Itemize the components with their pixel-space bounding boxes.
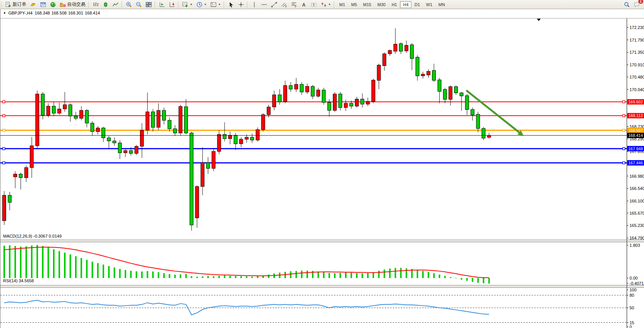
svg-text:1.803: 1.803 [630,243,640,248]
toolbar-grip[interactable] [223,2,225,8]
crosshair-button[interactable] [236,0,246,9]
text-button[interactable]: A [299,0,309,9]
line-handle[interactable] [3,148,5,150]
svg-text:171.790: 171.790 [630,38,644,42]
zoom-in-button[interactable] [124,0,134,9]
chart-canvas[interactable]: 172.230171.790171.350170.910170.480170.0… [0,9,644,328]
notifications-button[interactable]: 1 [632,0,642,9]
line-handle[interactable] [623,101,625,103]
svg-text:166.540: 166.540 [630,186,644,191]
timeframe-H4-button[interactable]: H4 [400,1,411,8]
market-watch-button[interactable] [48,0,58,9]
toolbar-grip[interactable] [88,2,90,8]
line-price-label: 169.113 [628,113,642,118]
close-value: 168.414 [85,11,100,15]
green-orb-icon [50,2,56,8]
timeframe-M5-button[interactable]: M5 [348,1,360,8]
line-handle[interactable] [3,114,5,117]
line-price-label: 169.602 [628,100,643,104]
cursor-icon [228,2,234,8]
toolbar-grip[interactable] [334,2,336,8]
auto-scroll-button[interactable] [167,0,177,9]
toolbar-grip[interactable] [121,2,123,8]
svg-text:A: A [302,2,305,7]
timeframe-MN-button[interactable]: MN [435,1,448,8]
search-button[interactable] [622,0,632,9]
line-handle[interactable] [623,129,625,132]
chevron-down-icon: ▼ [204,3,207,6]
hline-icon [261,2,267,8]
timeframe-M1-button[interactable]: M1 [336,1,348,8]
chart-window[interactable]: 172.230171.790171.350170.910170.480170.0… [0,9,644,328]
svg-text:F: F [295,5,296,8]
line-handle[interactable] [623,148,625,150]
toolbar-grip[interactable] [247,2,249,8]
clock-icon [196,2,202,8]
zoom-out-icon [136,2,142,8]
cursor-button[interactable] [226,0,236,9]
templates-button[interactable]: ▼ [209,0,223,9]
toolbar: 新订单自动交易▼▼▼EFAT▼M1M5M15M30H1H4D1W1MN1 [0,0,644,9]
line-handle[interactable] [3,162,5,164]
svg-text:0.00: 0.00 [630,276,638,280]
svg-text:166.100: 166.100 [630,199,644,203]
toolbar-grip[interactable] [178,2,180,8]
bars-chart-button[interactable] [91,0,101,9]
chart-window-button[interactable] [38,0,48,9]
auto-trading-button[interactable]: 自动交易 [58,0,87,9]
horizontal-line-button[interactable] [259,0,269,9]
zoom-out-button[interactable] [134,0,144,9]
pane-splitter[interactable] [0,286,644,287]
trading-terminal: 新订单自动交易▼▼▼EFAT▼M1M5M15M30H1H4D1W1MN1 172… [0,0,644,328]
ohlc-values: 168.348168.508168.301168.414 [35,11,101,15]
open-value: 168.348 [35,11,50,15]
tile-windows-button[interactable] [144,0,154,9]
macd-main-value: -0.3067 [33,234,47,238]
timeframe-H1-button[interactable]: H1 [389,1,400,8]
fibonacci-button[interactable]: F [289,0,299,9]
toolbar-grip[interactable] [154,2,156,8]
svg-text:0: 0 [630,325,632,328]
channel-button[interactable]: E [279,0,289,9]
crosshair-icon [238,2,244,8]
timeframe-M30-button[interactable]: M30 [374,1,389,8]
timeframe-D1-button[interactable]: D1 [411,1,423,8]
svg-text:E: E [285,5,287,8]
line-handle[interactable] [623,162,625,164]
line-chart-icon [112,2,119,8]
gold-button[interactable] [28,0,38,9]
candlestick-chart-button[interactable] [101,0,111,9]
search-icon [624,2,630,8]
new-order-button[interactable]: 新订单 [3,0,28,9]
periods-button[interactable]: ▼ [194,0,209,9]
line-handle[interactable] [3,129,5,132]
svg-text:166.980: 166.980 [630,174,644,178]
line-chart-button[interactable] [111,0,120,9]
new-order-icon [5,2,11,8]
svg-text:171.350: 171.350 [630,50,644,55]
trendline-icon [271,2,277,8]
auto-trading-button-label: 自动交易 [67,1,85,8]
bars-chart-icon [93,2,99,8]
svg-text:T: T [313,3,315,6]
svg-text:100: 100 [630,288,636,292]
timeframe-W1-button[interactable]: W1 [423,1,435,8]
one-click-trading-toggle-icon[interactable]: ▼ [3,11,6,15]
pane-splitter[interactable] [0,240,644,242]
svg-text:165.230: 165.230 [630,223,644,228]
trendline-button[interactable] [269,0,279,9]
arrows-button[interactable]: ▼ [319,0,333,9]
new-chart-button[interactable]: ▼ [180,0,194,9]
toolbar-grip[interactable] [1,2,3,8]
line-handle[interactable] [623,114,625,117]
text-label-button[interactable]: T [309,0,319,9]
new-chart-icon [182,2,188,8]
line-handle[interactable] [3,101,5,103]
channel-icon: E [281,2,287,8]
timeframe-M15-button[interactable]: M15 [360,1,374,8]
line-price-label: 167.948 [628,146,643,151]
chart-shift-button[interactable] [157,0,167,9]
vertical-line-button[interactable] [249,0,259,9]
text-icon: A [301,2,307,8]
high-value: 168.508 [51,11,67,15]
